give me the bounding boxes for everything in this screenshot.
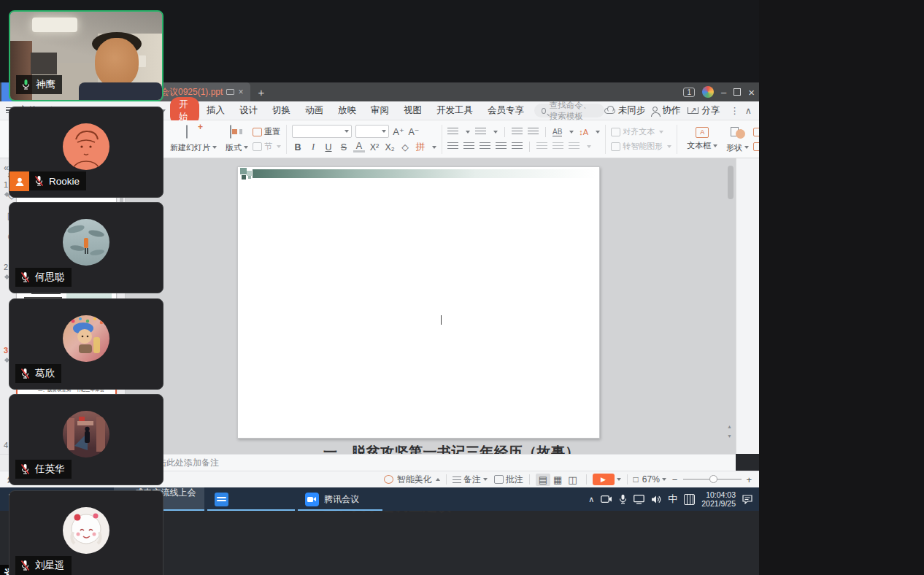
picture-button[interactable]: 图片: [753, 126, 759, 138]
slide-canvas[interactable]: 一、脱贫攻坚第一书记三年经历（故事） 二、脱贫攻坚第一书记三年体会 三、关于选调…: [237, 166, 600, 439]
tray-display-icon[interactable]: [634, 495, 644, 504]
number-list-icon[interactable]: [475, 128, 486, 136]
multi-window-icon[interactable]: [226, 89, 234, 95]
canvas-scrollbar[interactable]: [728, 166, 734, 199]
share-button[interactable]: 分享: [701, 104, 725, 117]
collapse-ribbon-icon[interactable]: ∧: [744, 105, 753, 116]
subscript-button[interactable]: X₂: [384, 142, 396, 153]
blue-app-icon: [215, 493, 228, 506]
tray-mic-icon[interactable]: [619, 494, 627, 504]
menu-item-insert[interactable]: 插入: [199, 104, 232, 117]
view-normal-button[interactable]: ▤: [536, 474, 550, 486]
font-size-select[interactable]: [355, 125, 389, 138]
tray-ime-indicator[interactable]: 中: [668, 493, 677, 506]
maximize-button[interactable]: [734, 88, 741, 96]
more-menu-icon[interactable]: ⋮: [725, 105, 744, 116]
status-notes-button[interactable]: 备注: [463, 474, 481, 486]
sync-status[interactable]: 未同步: [618, 104, 653, 117]
participant-tile-renyinghua[interactable]: 任英华: [9, 394, 163, 485]
tray-camera-icon[interactable]: [601, 495, 612, 503]
new-tab-button[interactable]: +: [250, 82, 272, 101]
slideshow-play-button[interactable]: ▶: [593, 474, 615, 485]
scroll-down-icon[interactable]: ▼: [727, 433, 732, 439]
align-right-icon[interactable]: [480, 142, 490, 151]
participant-name: 何思聪: [35, 271, 65, 284]
participant-tile-rookie[interactable]: Rookie: [9, 107, 163, 198]
zoom-slider[interactable]: [683, 479, 742, 480]
comments-button[interactable]: 批注: [506, 474, 523, 486]
tray-chevron-icon[interactable]: ∧: [588, 495, 594, 504]
menu-item-review[interactable]: 审阅: [363, 104, 396, 117]
zoom-out-button[interactable]: −: [672, 474, 678, 485]
section-button[interactable]: 节: [253, 141, 281, 153]
collab-button[interactable]: 协作: [662, 104, 688, 117]
tray-clock[interactable]: 10:04:03 2021/9/25: [701, 490, 736, 508]
search-box[interactable]: 查找命令、搜索模板: [534, 104, 604, 117]
scroll-up-icon[interactable]: ▲: [727, 424, 732, 429]
superscript-button[interactable]: X²: [369, 142, 380, 153]
zoom-slider-knob[interactable]: [709, 475, 717, 483]
align-center-icon[interactable]: [463, 142, 474, 151]
close-button[interactable]: ×: [748, 86, 755, 99]
notes-bar[interactable]: 单击此处添加备注: [126, 454, 736, 471]
font-color-button[interactable]: A: [353, 142, 365, 153]
shapes-button[interactable]: 形状: [722, 122, 753, 157]
distribute-icon[interactable]: [512, 142, 523, 151]
new-slide-button[interactable]: 新建幻灯片: [166, 122, 221, 157]
menu-item-devtools[interactable]: 开发工具: [429, 104, 480, 117]
tray-ime-grid-icon[interactable]: [684, 494, 695, 505]
decrease-font-button[interactable]: A⁻: [408, 126, 420, 137]
menu-item-view[interactable]: 视图: [396, 104, 429, 117]
justify-icon[interactable]: [496, 142, 507, 151]
participant-tile-shenying[interactable]: 神鹰: [9, 10, 163, 101]
increase-indent-icon[interactable]: [528, 128, 539, 136]
line-spacing-icon[interactable]: ↕A: [579, 128, 588, 136]
participant-tile-hesicong[interactable]: 何思聪: [9, 202, 163, 293]
view-sorter-button[interactable]: ▦: [550, 474, 565, 486]
tray-speaker-icon[interactable]: [651, 495, 661, 504]
menu-item-design[interactable]: 设计: [232, 104, 265, 117]
clear-format-icon[interactable]: ◇: [399, 142, 411, 153]
participant-tile-gexin[interactable]: 葛欣: [9, 298, 163, 390]
zoom-in-button[interactable]: +: [746, 474, 752, 485]
font-name-select[interactable]: [292, 125, 352, 138]
tab-close-icon[interactable]: ×: [238, 87, 243, 97]
view-reading-button[interactable]: ◫: [565, 474, 580, 486]
account-avatar[interactable]: [702, 86, 714, 98]
menu-item-transition[interactable]: 切换: [265, 104, 298, 117]
tencent-meeting-icon: [305, 493, 319, 506]
menu-item-animation[interactable]: 动画: [298, 104, 331, 117]
bold-button[interactable]: B: [292, 142, 304, 153]
smart-graphic-button: 转智能图形: [611, 141, 671, 153]
columns-icon[interactable]: [536, 142, 547, 151]
align-left-icon[interactable]: [447, 142, 458, 151]
strike-button[interactable]: S: [338, 142, 350, 153]
layout-button[interactable]: 版式: [221, 122, 253, 157]
reset-button[interactable]: 重置: [253, 126, 281, 138]
zoom-level[interactable]: 67%: [642, 474, 660, 485]
bullet-list-icon[interactable]: [447, 128, 458, 136]
arrange-button[interactable]: 排列: [753, 141, 759, 153]
increase-font-button[interactable]: A⁺: [393, 126, 404, 137]
numbering-icon[interactable]: [569, 142, 580, 151]
fit-window-icon[interactable]: □: [634, 474, 639, 485]
taskbar-app-window[interactable]: [207, 487, 295, 511]
minimize-button[interactable]: –: [721, 87, 726, 98]
beautify-button[interactable]: 智能美化: [397, 474, 432, 486]
thumb2-number: 2: [4, 263, 8, 271]
pinyin-guide-button[interactable]: 拼: [415, 141, 426, 153]
search-icon: [542, 108, 546, 114]
italic-button[interactable]: I: [307, 142, 319, 153]
decrease-indent-icon[interactable]: [512, 128, 523, 136]
indent-list-icon[interactable]: [553, 142, 563, 151]
tray-notification-icon[interactable]: [742, 495, 753, 504]
play-options-icon[interactable]: [617, 478, 621, 481]
underline-button[interactable]: U: [323, 142, 334, 153]
menu-item-member[interactable]: 会员专享: [480, 104, 531, 117]
textbox-button[interactable]: A 文本框: [682, 122, 722, 157]
window-count-badge[interactable]: 1: [683, 88, 695, 97]
participant-tile-liuxingyao[interactable]: 刘星遥: [9, 490, 163, 575]
taskbar-tencent-meeting[interactable]: 腾讯会议: [298, 487, 382, 511]
menu-item-slideshow[interactable]: 放映: [331, 104, 363, 117]
text-direction-icon[interactable]: AB: [553, 128, 562, 136]
